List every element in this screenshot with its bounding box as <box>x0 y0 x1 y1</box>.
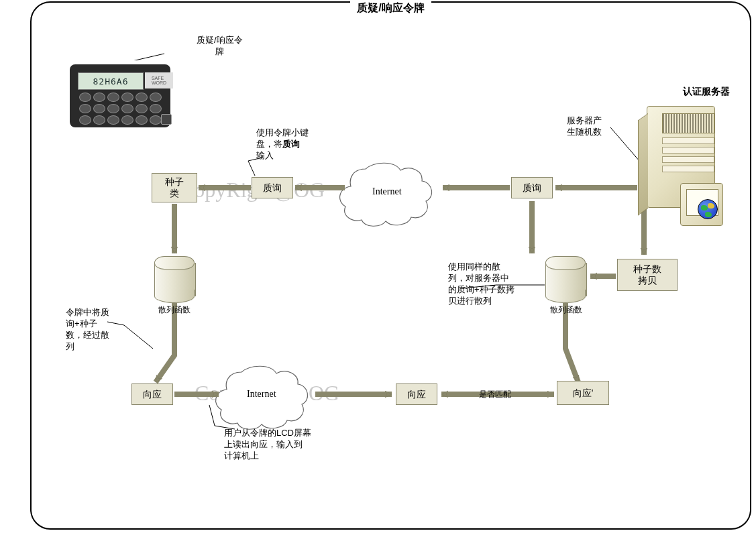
note-line: 盘，将 <box>256 139 282 149</box>
box-text: 种子 <box>165 176 184 187</box>
title-wrap: 质疑/响应令牌 <box>30 1 751 18</box>
note-line: 使用令牌小键 <box>256 127 309 137</box>
query-left-box: 质询 <box>252 177 293 198</box>
seed-copy-box: 种子数拷贝 <box>617 259 678 291</box>
keypad-note: 使用令牌小键 盘，将质询 输入 <box>256 127 309 162</box>
hash-label-right: 散列函数 <box>550 304 582 316</box>
hash-cylinder-right <box>545 256 586 303</box>
globe-icon <box>698 199 718 219</box>
note-line: 的质询+种子数拷 <box>448 284 515 294</box>
note-line: 数，经过散 <box>66 330 109 340</box>
note-line: 服务器产 <box>567 115 602 125</box>
token-chip-icon <box>161 114 172 125</box>
internet-label-top: Internet <box>372 186 402 197</box>
note-line-emph: 质询 <box>282 139 300 149</box>
box-text: 拷贝 <box>638 275 657 286</box>
note-line: 使用同样的散 <box>448 261 500 272</box>
note-line: 输入 <box>256 150 274 160</box>
note-line: 贝进行散列 <box>448 296 492 306</box>
server-hash-note: 使用同样的散 列，对服务器中 的质询+种子数拷 贝进行散列 <box>448 261 515 307</box>
token-body: 82H6A6 SAFE WORD <box>70 64 170 127</box>
box-text: 类 <box>170 188 179 198</box>
note-line: 列，对服务器中 <box>448 273 509 283</box>
internet-label-bottom: Internet <box>247 389 276 400</box>
hash-cylinder-left <box>154 256 195 303</box>
box-text: 种子数 <box>633 263 661 274</box>
note-line: 用户从令牌的LCD屏幕 <box>224 428 311 438</box>
token-device: 82H6A6 SAFE WORD <box>66 60 183 134</box>
token-caption-line1: 质疑/响应令 <box>197 35 243 45</box>
auth-server-title: 认证服务器 <box>683 86 730 98</box>
server-gen-note: 服务器产 生随机数 <box>567 115 602 138</box>
resp-left-box: 向应 <box>131 383 173 405</box>
token-hash-note: 令牌中将质 询+种子 数，经过散 列 <box>66 307 109 353</box>
note-line: 上读出向应，输入到 <box>224 439 303 449</box>
token-caption-line2: 牌 <box>197 46 243 58</box>
resp-right-box: 向应' <box>557 381 609 405</box>
resp-mid-box: 向应 <box>396 383 437 405</box>
server-monitor-icon <box>680 183 723 226</box>
note-line: 列 <box>66 341 74 351</box>
diagram-title: 质疑/响应令牌 <box>350 0 431 17</box>
note-line: 计算机上 <box>224 451 259 461</box>
token-caption: 质疑/响应令 牌 <box>197 35 243 58</box>
auth-server-icon <box>640 106 727 227</box>
lcd-read-note: 用户从令牌的LCD屏幕 上读出向应，输入到 计算机上 <box>224 428 311 462</box>
query-right-box: 质询 <box>511 177 553 198</box>
token-lcd: 82H6A6 <box>78 72 144 90</box>
hash-label-left: 散列函数 <box>158 304 191 316</box>
note-line: 生随机数 <box>567 127 602 137</box>
token-keypad <box>79 93 166 125</box>
diagram-stage: 质疑/响应令牌 CopyRight@OG CopyRight@OG <box>0 0 756 533</box>
match-label: 是否匹配 <box>479 389 511 400</box>
token-brand: SAFE WORD <box>145 72 173 88</box>
note-line: 令牌中将质 <box>66 307 109 317</box>
note-line: 询+种子 <box>66 318 97 329</box>
seed-class-box: 种子类 <box>152 173 197 202</box>
